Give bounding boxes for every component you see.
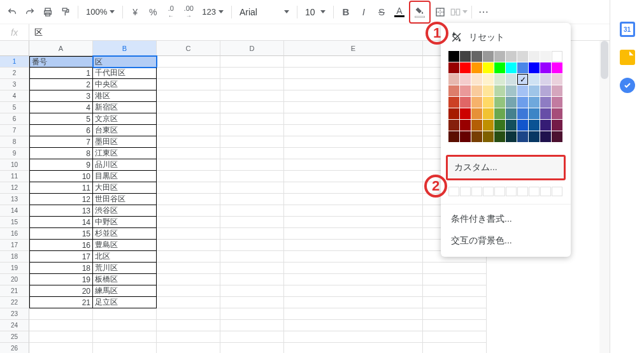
select-all-corner[interactable]	[0, 41, 29, 56]
color-swatch[interactable]	[540, 85, 551, 96]
custom-swatch-empty[interactable]	[540, 187, 551, 196]
color-swatch[interactable]	[460, 74, 471, 85]
paint-format-button[interactable]	[57, 3, 74, 21]
cell[interactable]	[157, 285, 220, 297]
cell[interactable]	[284, 68, 423, 79]
color-swatch[interactable]	[506, 51, 517, 62]
cell[interactable]	[157, 148, 220, 159]
cell[interactable]: 足立区	[93, 297, 157, 308]
cell[interactable]	[220, 217, 284, 228]
custom-swatch-empty[interactable]	[529, 187, 540, 196]
color-swatch[interactable]	[517, 62, 528, 73]
cell[interactable]	[157, 308, 220, 320]
color-swatch[interactable]	[448, 108, 459, 119]
number-format-select[interactable]: 123	[198, 7, 227, 17]
cell[interactable]	[220, 79, 284, 90]
cell[interactable]	[220, 182, 284, 194]
font-size-select[interactable]: 10	[301, 7, 329, 17]
cell[interactable]: 豊島区	[93, 240, 157, 251]
cell[interactable]	[29, 331, 93, 343]
cell[interactable]	[284, 90, 423, 102]
color-swatch[interactable]	[540, 74, 551, 85]
cell[interactable]	[423, 285, 487, 297]
cell[interactable]	[284, 285, 423, 297]
cell[interactable]	[157, 182, 220, 194]
cell[interactable]	[157, 240, 220, 251]
borders-button[interactable]	[432, 3, 448, 21]
column-header-E[interactable]: E	[284, 41, 423, 56]
cell[interactable]: 11	[29, 182, 93, 194]
cell[interactable]: 荒川区	[93, 263, 157, 274]
cell[interactable]	[284, 125, 423, 136]
custom-swatch-empty[interactable]	[483, 187, 494, 196]
cell[interactable]	[93, 343, 157, 353]
cell[interactable]	[220, 68, 284, 79]
color-swatch[interactable]	[552, 51, 562, 62]
cell[interactable]	[29, 320, 93, 331]
color-swatch[interactable]	[540, 131, 551, 142]
color-swatch[interactable]	[483, 51, 494, 62]
italic-button[interactable]: I	[355, 3, 372, 21]
row-header[interactable]: 20	[0, 274, 29, 285]
color-swatch[interactable]	[448, 131, 459, 142]
cell[interactable]	[423, 263, 487, 274]
color-swatch[interactable]	[471, 120, 482, 131]
cell[interactable]	[220, 240, 284, 251]
cell[interactable]: 千代田区	[93, 68, 157, 79]
cell[interactable]: 区	[93, 56, 157, 68]
color-swatch[interactable]	[494, 85, 505, 96]
color-swatch[interactable]	[529, 62, 540, 73]
color-swatch[interactable]	[552, 74, 562, 85]
custom-swatch-empty[interactable]	[494, 187, 505, 196]
cell[interactable]	[157, 102, 220, 113]
color-swatch[interactable]	[517, 74, 528, 85]
cell[interactable]: 大田区	[93, 182, 157, 194]
color-swatch[interactable]	[529, 51, 540, 62]
cell[interactable]	[220, 56, 284, 68]
color-swatch[interactable]	[494, 108, 505, 119]
row-header[interactable]: 22	[0, 297, 29, 308]
color-swatch[interactable]	[506, 120, 517, 131]
color-swatch[interactable]	[517, 85, 528, 96]
color-swatch[interactable]	[483, 97, 494, 108]
cell[interactable]	[157, 79, 220, 90]
row-header[interactable]: 21	[0, 285, 29, 297]
color-swatch[interactable]	[540, 62, 551, 73]
cell[interactable]	[220, 320, 284, 331]
cell[interactable]: 19	[29, 274, 93, 285]
cell[interactable]: 3	[29, 90, 93, 102]
cell[interactable]: 16	[29, 240, 93, 251]
cell[interactable]	[423, 320, 487, 331]
row-header[interactable]: 8	[0, 136, 29, 148]
cell[interactable]	[157, 343, 220, 353]
cell[interactable]	[284, 79, 423, 90]
cell[interactable]	[284, 171, 423, 182]
cell[interactable]: 中央区	[93, 79, 157, 90]
cell[interactable]: 2	[29, 79, 93, 90]
cell[interactable]	[157, 68, 220, 79]
cell[interactable]	[157, 251, 220, 263]
cell[interactable]	[93, 331, 157, 343]
cell[interactable]: 新宿区	[93, 102, 157, 113]
reset-color-button[interactable]: リセット	[441, 28, 571, 47]
cell[interactable]	[284, 297, 423, 308]
cell[interactable]	[220, 90, 284, 102]
color-swatch[interactable]	[494, 51, 505, 62]
row-header[interactable]: 3	[0, 79, 29, 90]
column-header-B[interactable]: B	[93, 41, 157, 56]
row-header[interactable]: 6	[0, 113, 29, 125]
cell[interactable]	[284, 159, 423, 171]
column-header-A[interactable]: A	[29, 41, 93, 56]
cell[interactable]	[220, 136, 284, 148]
cell[interactable]: 8	[29, 148, 93, 159]
row-header[interactable]: 2	[0, 68, 29, 79]
color-swatch[interactable]	[506, 74, 517, 85]
cell[interactable]	[220, 308, 284, 320]
color-swatch[interactable]	[506, 108, 517, 119]
color-swatch[interactable]	[552, 120, 562, 131]
undo-button[interactable]	[4, 3, 20, 21]
color-swatch[interactable]	[448, 51, 459, 62]
color-swatch[interactable]	[517, 51, 528, 62]
cell[interactable]	[157, 194, 220, 205]
cell[interactable]	[284, 263, 423, 274]
